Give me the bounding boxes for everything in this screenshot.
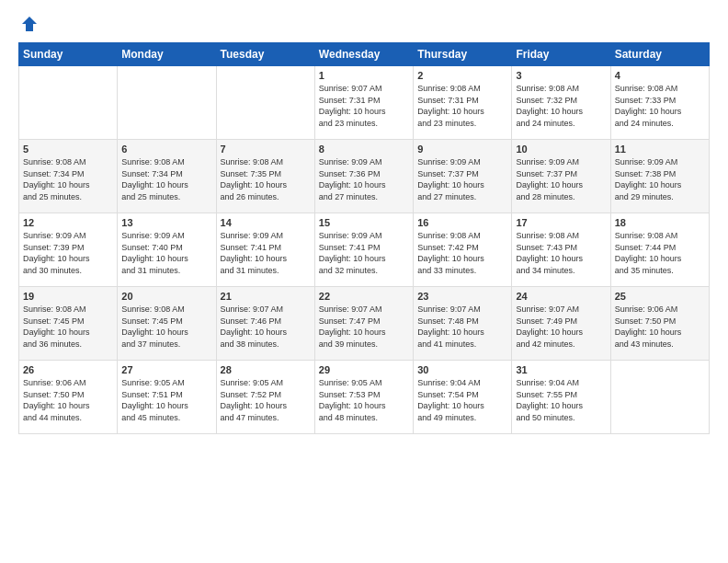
day-content: Sunrise: 9:09 AM Sunset: 7:37 PM Dayligh… — [417, 156, 507, 202]
day-content: Sunrise: 9:09 AM Sunset: 7:36 PM Dayligh… — [319, 156, 409, 202]
day-number: 6 — [121, 144, 211, 155]
day-of-week-header: Tuesday — [216, 43, 314, 66]
calendar-cell: 22Sunrise: 9:07 AM Sunset: 7:47 PM Dayli… — [314, 287, 413, 361]
day-content: Sunrise: 9:09 AM Sunset: 7:41 PM Dayligh… — [221, 230, 311, 276]
calendar-cell: 29Sunrise: 9:05 AM Sunset: 7:53 PM Dayli… — [314, 361, 413, 434]
calendar-cell: 3Sunrise: 9:08 AM Sunset: 7:32 PM Daylig… — [512, 66, 610, 140]
day-of-week-header: Saturday — [610, 43, 709, 66]
calendar-week-row: 1Sunrise: 9:07 AM Sunset: 7:31 PM Daylig… — [19, 66, 710, 140]
day-number: 9 — [417, 144, 507, 155]
day-number: 7 — [221, 144, 311, 155]
day-number: 19 — [23, 291, 113, 302]
calendar-cell: 14Sunrise: 9:09 AM Sunset: 7:41 PM Dayli… — [216, 213, 314, 287]
calendar-cell: 31Sunrise: 9:04 AM Sunset: 7:55 PM Dayli… — [512, 361, 610, 434]
day-content: Sunrise: 9:08 AM Sunset: 7:44 PM Dayligh… — [615, 230, 705, 276]
day-content: Sunrise: 9:08 AM Sunset: 7:33 PM Dayligh… — [615, 83, 705, 129]
day-number: 11 — [615, 144, 705, 155]
day-content: Sunrise: 9:04 AM Sunset: 7:54 PM Dayligh… — [417, 377, 507, 423]
calendar-week-row: 12Sunrise: 9:09 AM Sunset: 7:39 PM Dayli… — [19, 213, 710, 287]
day-number: 15 — [319, 217, 409, 228]
day-number: 12 — [23, 217, 113, 228]
day-number: 1 — [319, 70, 409, 81]
calendar-header-row: SundayMondayTuesdayWednesdayThursdayFrid… — [19, 43, 710, 66]
day-of-week-header: Friday — [512, 43, 610, 66]
day-content: Sunrise: 9:05 AM Sunset: 7:51 PM Dayligh… — [121, 377, 211, 423]
calendar-cell — [19, 66, 118, 140]
day-number: 28 — [221, 364, 311, 375]
calendar-cell: 28Sunrise: 9:05 AM Sunset: 7:52 PM Dayli… — [216, 361, 314, 434]
day-number: 20 — [121, 291, 211, 302]
calendar-week-row: 5Sunrise: 9:08 AM Sunset: 7:34 PM Daylig… — [19, 140, 710, 213]
day-number: 29 — [319, 364, 409, 375]
day-number: 30 — [417, 364, 507, 375]
day-content: Sunrise: 9:09 AM Sunset: 7:41 PM Dayligh… — [319, 230, 409, 276]
day-content: Sunrise: 9:08 AM Sunset: 7:43 PM Dayligh… — [516, 230, 606, 276]
day-of-week-header: Monday — [118, 43, 216, 66]
day-content: Sunrise: 9:08 AM Sunset: 7:34 PM Dayligh… — [23, 156, 113, 202]
calendar-cell: 17Sunrise: 9:08 AM Sunset: 7:43 PM Dayli… — [512, 213, 610, 287]
day-number: 13 — [121, 217, 211, 228]
day-number: 14 — [221, 217, 311, 228]
day-number: 3 — [516, 70, 606, 81]
calendar-cell: 9Sunrise: 9:09 AM Sunset: 7:37 PM Daylig… — [414, 140, 512, 213]
calendar-cell: 19Sunrise: 9:08 AM Sunset: 7:45 PM Dayli… — [19, 287, 118, 361]
day-content: Sunrise: 9:06 AM Sunset: 7:50 PM Dayligh… — [615, 304, 705, 350]
calendar-cell: 23Sunrise: 9:07 AM Sunset: 7:48 PM Dayli… — [414, 287, 512, 361]
calendar-cell: 2Sunrise: 9:08 AM Sunset: 7:31 PM Daylig… — [414, 66, 512, 140]
calendar-cell — [118, 66, 216, 140]
day-content: Sunrise: 9:07 AM Sunset: 7:31 PM Dayligh… — [319, 83, 409, 129]
calendar-cell: 10Sunrise: 9:09 AM Sunset: 7:37 PM Dayli… — [512, 140, 610, 213]
logo — [18, 15, 39, 33]
day-content: Sunrise: 9:08 AM Sunset: 7:31 PM Dayligh… — [417, 83, 507, 129]
day-number: 10 — [516, 144, 606, 155]
day-content: Sunrise: 9:08 AM Sunset: 7:32 PM Dayligh… — [516, 83, 606, 129]
day-number: 27 — [121, 364, 211, 375]
day-number: 5 — [23, 144, 113, 155]
day-number: 25 — [615, 291, 705, 302]
day-content: Sunrise: 9:06 AM Sunset: 7:50 PM Dayligh… — [23, 377, 113, 423]
day-content: Sunrise: 9:07 AM Sunset: 7:48 PM Dayligh… — [417, 304, 507, 350]
day-number: 26 — [23, 364, 113, 375]
day-number: 8 — [319, 144, 409, 155]
calendar-cell — [216, 66, 314, 140]
calendar-cell: 4Sunrise: 9:08 AM Sunset: 7:33 PM Daylig… — [610, 66, 709, 140]
calendar-cell — [610, 361, 709, 434]
svg-marker-0 — [22, 17, 37, 31]
day-content: Sunrise: 9:05 AM Sunset: 7:52 PM Dayligh… — [221, 377, 311, 423]
day-content: Sunrise: 9:08 AM Sunset: 7:42 PM Dayligh… — [417, 230, 507, 276]
calendar-cell: 5Sunrise: 9:08 AM Sunset: 7:34 PM Daylig… — [19, 140, 118, 213]
day-number: 18 — [615, 217, 705, 228]
day-content: Sunrise: 9:08 AM Sunset: 7:35 PM Dayligh… — [221, 156, 311, 202]
calendar-cell: 20Sunrise: 9:08 AM Sunset: 7:45 PM Dayli… — [118, 287, 216, 361]
day-content: Sunrise: 9:08 AM Sunset: 7:45 PM Dayligh… — [23, 304, 113, 350]
day-content: Sunrise: 9:08 AM Sunset: 7:45 PM Dayligh… — [121, 304, 211, 350]
day-number: 24 — [516, 291, 606, 302]
calendar-cell: 26Sunrise: 9:06 AM Sunset: 7:50 PM Dayli… — [19, 361, 118, 434]
calendar-cell: 30Sunrise: 9:04 AM Sunset: 7:54 PM Dayli… — [414, 361, 512, 434]
day-of-week-header: Thursday — [414, 43, 512, 66]
day-content: Sunrise: 9:08 AM Sunset: 7:34 PM Dayligh… — [121, 156, 211, 202]
logo-icon — [20, 15, 39, 33]
day-content: Sunrise: 9:07 AM Sunset: 7:49 PM Dayligh… — [516, 304, 606, 350]
calendar-cell: 7Sunrise: 9:08 AM Sunset: 7:35 PM Daylig… — [216, 140, 314, 213]
day-of-week-header: Wednesday — [314, 43, 413, 66]
calendar-cell: 13Sunrise: 9:09 AM Sunset: 7:40 PM Dayli… — [118, 213, 216, 287]
day-number: 16 — [417, 217, 507, 228]
day-number: 31 — [516, 364, 606, 375]
calendar-cell: 8Sunrise: 9:09 AM Sunset: 7:36 PM Daylig… — [314, 140, 413, 213]
calendar-cell: 15Sunrise: 9:09 AM Sunset: 7:41 PM Dayli… — [314, 213, 413, 287]
header — [18, 15, 710, 33]
calendar-cell: 1Sunrise: 9:07 AM Sunset: 7:31 PM Daylig… — [314, 66, 413, 140]
calendar-cell: 21Sunrise: 9:07 AM Sunset: 7:46 PM Dayli… — [216, 287, 314, 361]
day-of-week-header: Sunday — [19, 43, 118, 66]
day-number: 23 — [417, 291, 507, 302]
calendar-cell: 24Sunrise: 9:07 AM Sunset: 7:49 PM Dayli… — [512, 287, 610, 361]
day-number: 4 — [615, 70, 705, 81]
day-content: Sunrise: 9:05 AM Sunset: 7:53 PM Dayligh… — [319, 377, 409, 423]
calendar-table: SundayMondayTuesdayWednesdayThursdayFrid… — [18, 42, 710, 434]
calendar-cell: 18Sunrise: 9:08 AM Sunset: 7:44 PM Dayli… — [610, 213, 709, 287]
calendar-cell: 12Sunrise: 9:09 AM Sunset: 7:39 PM Dayli… — [19, 213, 118, 287]
calendar-cell: 25Sunrise: 9:06 AM Sunset: 7:50 PM Dayli… — [610, 287, 709, 361]
day-content: Sunrise: 9:07 AM Sunset: 7:47 PM Dayligh… — [319, 304, 409, 350]
calendar-cell: 27Sunrise: 9:05 AM Sunset: 7:51 PM Dayli… — [118, 361, 216, 434]
